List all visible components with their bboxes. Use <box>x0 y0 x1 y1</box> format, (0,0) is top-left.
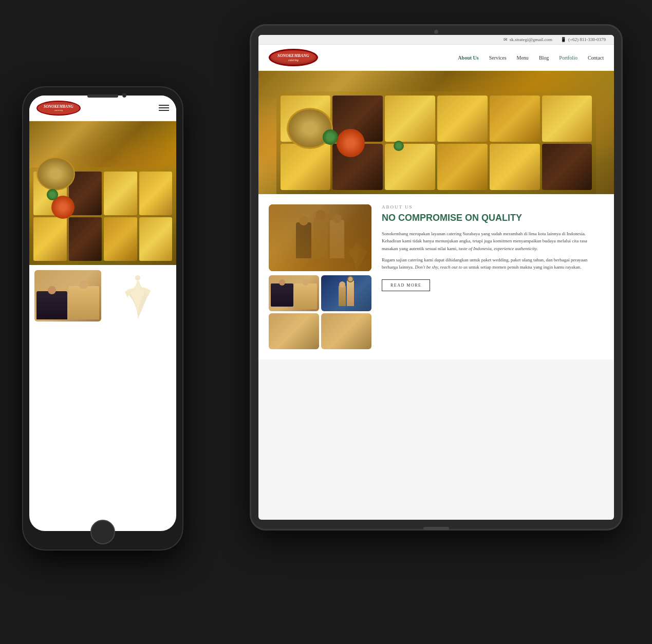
tablet-home-button[interactable] <box>423 527 449 530</box>
tablet-logo-oval: SONOKEMBANG catering <box>269 49 318 66</box>
email-text: sk.strategi@gmail.com <box>510 37 552 42</box>
nav-link-contact[interactable]: Contact <box>588 55 604 61</box>
tablet-camera <box>434 30 438 34</box>
tablet-about-section: ABOUT US NO COMPROMISE ON QUALITY Sonoke… <box>382 204 604 349</box>
hamburger-line-2 <box>159 107 169 108</box>
hamburger-menu[interactable] <box>159 105 169 111</box>
tablet-photos-grid <box>269 275 371 349</box>
email-item: ✉ sk.strategi@gmail.com <box>504 37 552 42</box>
phone-home-button[interactable] <box>90 520 115 544</box>
scene: ✉ sk.strategi@gmail.com 📱 (+62) 811-330-… <box>0 0 652 644</box>
tablet-photo-event3 <box>269 313 319 349</box>
email-icon: ✉ <box>504 37 508 42</box>
logo-text: SONOKEMBANG <box>277 53 309 59</box>
nav-link-portfolio[interactable]: Portfolio <box>559 55 578 61</box>
about-body-1: Sonokembang merupakan layanan catering S… <box>382 230 604 252</box>
tablet-screen: ✉ sk.strategi@gmail.com 📱 (+62) 811-330-… <box>258 35 614 520</box>
phone-item: 📱 (+62) 811-330-0379 <box>561 37 606 42</box>
nav-link-blog[interactable]: Blog <box>539 55 549 61</box>
phone-bottom-section <box>29 265 176 327</box>
hamburger-line-1 <box>159 105 169 106</box>
tablet-photo-event2 <box>321 275 371 311</box>
phone-floral-area <box>104 270 171 321</box>
tablet-nav-links: About Us Services Menu Blog Portfolio Co… <box>458 55 604 61</box>
tablet-content: ABOUT US NO COMPROMISE ON QUALITY Sonoke… <box>258 194 614 359</box>
floral-decoration <box>341 235 371 271</box>
tablet-photo-event4 <box>321 313 371 349</box>
about-label: ABOUT US <box>382 204 604 210</box>
phone-speaker <box>87 94 118 98</box>
phone-nav: SONOKEMBANG catering <box>29 96 176 121</box>
tablet-photos <box>269 204 371 349</box>
tablet-photo-wedding1 <box>269 275 319 311</box>
phone-logo-text: SONOKEMBANG <box>44 104 73 109</box>
phone-floral-svg <box>117 270 158 321</box>
read-more-button[interactable]: READ MORE <box>382 279 430 291</box>
nav-link-about[interactable]: About Us <box>458 55 478 61</box>
phone-logo: SONOKEMBANG catering <box>36 101 81 116</box>
phone-device: SONOKEMBANG catering <box>23 87 182 550</box>
logo-sub: catering <box>277 59 309 62</box>
svg-point-0 <box>135 275 140 280</box>
about-title: NO COMPROMISE ON QUALITY <box>382 213 604 224</box>
phone-event-photo-1 <box>34 270 101 321</box>
nav-link-services[interactable]: Services <box>489 55 507 61</box>
tablet-nav: SONOKEMBANG catering About Us Services M… <box>258 45 614 71</box>
phone-hero-image <box>29 121 176 265</box>
phone-icon: 📱 <box>561 37 566 42</box>
tablet-topbar: ✉ sk.strategi@gmail.com 📱 (+62) 811-330-… <box>258 35 614 45</box>
phone-text: (+62) 811-330-0379 <box>568 37 606 42</box>
tablet-device: ✉ sk.strategi@gmail.com 📱 (+62) 811-330-… <box>251 26 621 529</box>
nav-link-menu[interactable]: Menu <box>517 55 529 61</box>
phone-logo-sub: catering <box>44 109 73 112</box>
tablet-hero-image <box>258 71 614 194</box>
tablet-event-photo-main <box>269 204 371 271</box>
tablet-logo: SONOKEMBANG catering <box>269 49 318 66</box>
phone-screen: SONOKEMBANG catering <box>29 96 176 531</box>
about-body-2: Ragam sajian catering kami dapat dihidan… <box>382 256 604 271</box>
phone-camera <box>122 93 126 98</box>
hamburger-line-3 <box>159 110 169 111</box>
